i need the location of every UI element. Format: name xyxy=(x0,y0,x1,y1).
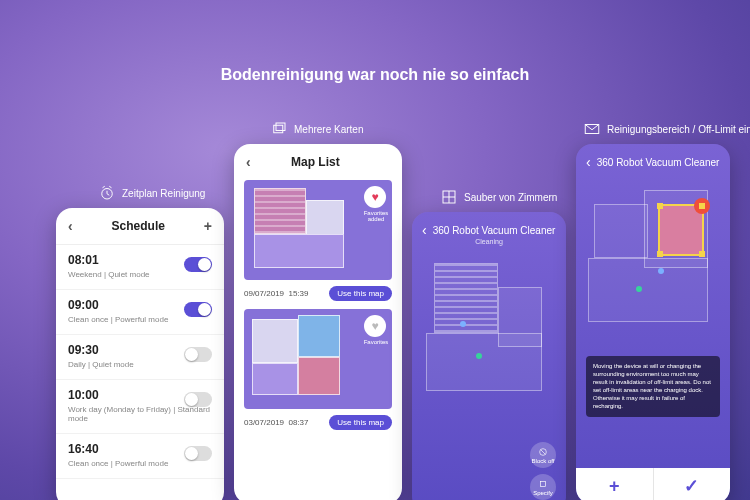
offlimit-warning: Moving the device at will or changing th… xyxy=(586,356,720,417)
offlimit-zone[interactable]: × xyxy=(658,204,704,256)
add-zone-button[interactable]: + xyxy=(576,468,654,500)
blockoff-label: Block off xyxy=(532,458,555,464)
schedule-title: Schedule xyxy=(112,219,165,233)
maps-icon xyxy=(270,120,288,138)
label-schedule: Zeitplan Reinigung xyxy=(98,184,205,202)
offlimit-toolbar: + ✓ xyxy=(576,468,730,500)
map-thumbnail[interactable]: ♥Favorites xyxy=(244,309,392,409)
schedule-toggle[interactable] xyxy=(184,347,212,362)
offlimit-map[interactable]: × xyxy=(588,186,718,346)
label-offlimit: Reinigungsbereich / Off-Limit einstellen xyxy=(583,120,750,138)
rooms-icon xyxy=(440,188,458,206)
label-rooms-text: Sauber von Zimmern xyxy=(464,192,557,203)
label-maps: Mehrere Karten xyxy=(270,120,363,138)
map-timestamp: 03/07/2019 08:37 xyxy=(244,418,309,427)
schedule-row[interactable]: 08:01Weekend | Quiet mode xyxy=(56,245,224,290)
specify-button[interactable]: Specify xyxy=(530,474,556,500)
svg-rect-6 xyxy=(541,481,546,486)
favorite-caption: Favorites added xyxy=(362,210,390,222)
svg-rect-1 xyxy=(274,125,283,133)
back-icon[interactable]: ‹ xyxy=(422,222,427,238)
clock-icon xyxy=(98,184,116,202)
schedule-toggle[interactable] xyxy=(184,302,212,317)
maplist-title: Map List xyxy=(291,155,340,169)
schedule-row[interactable]: 09:00Clean once | Powerful mode xyxy=(56,290,224,335)
schedule-toggle[interactable] xyxy=(184,446,212,461)
use-map-button[interactable]: Use this map xyxy=(329,415,392,430)
schedule-row[interactable]: 16:40Clean once | Powerful mode xyxy=(56,434,224,479)
schedule-toggle[interactable] xyxy=(184,392,212,407)
schedule-toggle[interactable] xyxy=(184,257,212,272)
confirm-button[interactable]: ✓ xyxy=(654,468,731,500)
schedule-row[interactable]: 09:30Daily | Quiet mode xyxy=(56,335,224,380)
phone-schedule: ‹ Schedule + 08:01Weekend | Quiet mode09… xyxy=(56,208,224,500)
label-offlimit-text: Reinigungsbereich / Off-Limit einstellen xyxy=(607,124,750,135)
phone-offlimit: ‹ 360 Robot Vacuum Cleaner × Moving the … xyxy=(576,144,730,500)
specify-label: Specify xyxy=(533,490,553,496)
favorite-button[interactable]: ♥ xyxy=(364,186,386,208)
map-thumbnail[interactable]: ♥Favorites added xyxy=(244,180,392,280)
blockoff-button[interactable]: Block off xyxy=(530,442,556,468)
label-rooms: Sauber von Zimmern xyxy=(440,188,557,206)
svg-rect-2 xyxy=(276,123,285,131)
headline: Bodenreinigung war noch nie so einfach xyxy=(221,66,529,84)
schedule-sub: Work day (Monday to Friday) | Standard m… xyxy=(68,405,212,423)
back-icon[interactable]: ‹ xyxy=(586,154,591,170)
map-timestamp: 09/07/2019 15:39 xyxy=(244,289,309,298)
map-card: ♥Favorites added09/07/2019 15:39Use this… xyxy=(244,180,392,301)
favorite-caption: Favorites xyxy=(362,339,390,345)
schedule-row[interactable]: 10:00Work day (Monday to Friday) | Stand… xyxy=(56,380,224,434)
rooms-map[interactable] xyxy=(426,257,552,407)
back-icon[interactable]: ‹ xyxy=(68,218,73,234)
phone-maplist: ‹ Map List ♥Favorites added09/07/2019 15… xyxy=(234,144,402,500)
offlimit-title: 360 Robot Vacuum Cleaner xyxy=(597,157,720,168)
favorite-button[interactable]: ♥ xyxy=(364,315,386,337)
use-map-button[interactable]: Use this map xyxy=(329,286,392,301)
envelope-icon xyxy=(583,120,601,138)
label-schedule-text: Zeitplan Reinigung xyxy=(122,188,205,199)
label-maps-text: Mehrere Karten xyxy=(294,124,363,135)
phone-rooms: ‹ 360 Robot Vacuum Cleaner Cleaning Bloc… xyxy=(412,212,566,500)
back-icon[interactable]: ‹ xyxy=(246,154,251,170)
rooms-status: Cleaning xyxy=(412,238,566,245)
add-schedule-button[interactable]: + xyxy=(204,218,212,234)
rooms-title: 360 Robot Vacuum Cleaner xyxy=(433,225,556,236)
map-card: ♥Favorites03/07/2019 08:37Use this map xyxy=(244,309,392,430)
